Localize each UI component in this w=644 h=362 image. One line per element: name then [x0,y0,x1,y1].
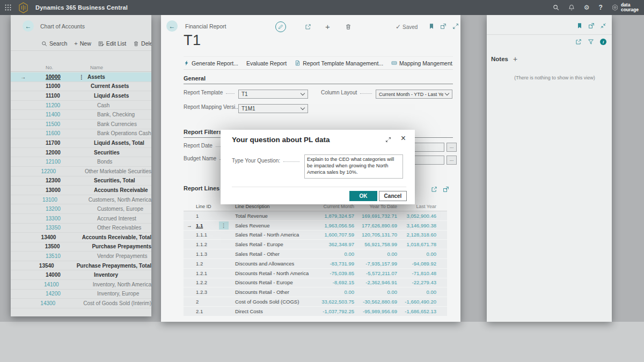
account-row[interactable]: 14300Cost of Goods Sold (Interim) [11,299,151,308]
toolbar-delete[interactable]: Delete [133,40,151,47]
line-id[interactable]: 2.1 [196,308,219,314]
account-no[interactable]: 11700 [46,140,79,146]
account-no[interactable]: 13510 [46,253,79,259]
account-no[interactable]: 12200 [41,168,68,174]
account-no[interactable]: 12300 [46,178,79,183]
open-in-window-icon[interactable] [588,23,595,29]
line-id[interactable]: 1.1 [196,223,219,228]
report-line-row[interactable]: 1.1.3Sales Retail - Other0.000.000.00 [184,249,447,259]
action-evaluate-report[interactable]: Evaluate Report [246,60,287,67]
account-row[interactable]: 13100Customers, North America [11,195,151,205]
notifications-icon[interactable] [568,4,575,11]
line-id[interactable]: 1.2 [196,261,219,267]
toolbar-edit-list[interactable]: Edit List [98,40,126,47]
account-row[interactable]: 12300Securities, Total [11,176,151,186]
budget-name-assist-button[interactable]: ... [447,156,457,165]
toolbar-new[interactable]: +New [74,40,91,47]
account-row[interactable]: 12000Securities [11,148,151,158]
report-line-row[interactable]: 1Total Revenue1,879,324.57169,691,732.71… [184,211,447,221]
report-filters-section-heading[interactable]: Report Filters [184,129,222,135]
report-line-row[interactable]: 1.2.1Discounts Retail - North America-75… [184,269,447,278]
account-row[interactable]: 13300Accrued Interest [11,214,151,224]
account-row[interactable]: 13000Accounts Receivable [11,186,151,195]
line-id[interactable]: 1.2.3 [196,289,219,295]
report-line-row[interactable]: 1.1.1Sales Retail - North America1,600,7… [184,231,447,240]
column-header-name[interactable]: Name [90,65,103,70]
action-mapping-mangement[interactable]: Mapping Mangement... [391,60,453,67]
report-line-row[interactable]: →1.1⋮Sales Revenue1,963,056.56177,626,89… [184,221,447,231]
account-row[interactable]: 12100Bonds [11,157,151,167]
account-row[interactable]: 12200Other Marketable Securities [11,167,151,176]
account-no[interactable]: 10000 [46,74,79,80]
toolbar-search[interactable]: Search [41,40,67,47]
account-row[interactable]: 11100Liquid Assets [11,91,151,101]
report-line-row[interactable]: 1.2Discounts and Allowances-83,731.99-7,… [184,259,447,269]
line-id[interactable]: 1.2.2 [196,279,219,285]
column-header-description[interactable]: Line Description [235,204,310,209]
bookmark-icon[interactable] [576,23,583,29]
account-row[interactable]: 14200Inventory, Europe [11,290,151,299]
app-title[interactable]: Dynamics 365 Business Central [35,4,128,11]
report-template-select[interactable]: T1 [238,90,308,99]
account-no[interactable]: 14300 [40,300,67,306]
row-menu-icon[interactable]: ⋮ [219,223,235,228]
report-line-row[interactable]: 1.2.3Discounts Retail - Other0.000.000.0… [184,287,447,297]
share-icon[interactable] [305,24,311,30]
account-no[interactable]: 11600 [46,130,79,136]
filter-icon[interactable] [588,39,594,45]
column-header-line-id[interactable]: Line ID [196,204,219,209]
account-row[interactable]: 11700Liquid Assets, Total [11,138,151,148]
account-no[interactable]: 11000 [46,83,79,89]
line-id[interactable]: 1.1.2 [196,241,219,247]
line-id[interactable]: 1.1.1 [196,232,219,238]
close-icon[interactable]: × [401,134,406,143]
expand-dialog-icon[interactable] [385,137,391,143]
info-icon[interactable]: i [600,39,606,45]
account-row[interactable]: 13400Accounts Receivable, Total [11,233,151,242]
back-button[interactable]: ← [23,20,34,32]
open-in-window-icon[interactable] [440,23,447,29]
row-menu-icon[interactable]: ⋮ [79,74,87,80]
column-layout-select[interactable]: Current Month - YTD - Last Year [376,90,452,99]
general-section-heading[interactable]: General [184,75,206,82]
line-id[interactable]: 1.1.3 [196,251,219,257]
edit-button[interactable] [275,21,286,32]
report-line-row[interactable]: 2.1Direct Costs-1,037,792.25-95,989,956.… [184,307,447,316]
account-no[interactable]: 13300 [46,216,79,221]
account-row[interactable]: 11600Bank Operations Cash [11,129,151,139]
account-no[interactable]: 11200 [46,102,79,108]
column-header-current-month[interactable]: Current Month [310,204,354,209]
report-line-row[interactable]: 2Cost of Goods Sold (COGS)33,622,503.75-… [184,297,447,307]
column-header-year-to-date[interactable]: Year To Date [354,204,397,209]
delete-icon[interactable] [345,24,352,30]
action-generate-report[interactable]: Generate Report... [184,60,238,67]
ok-button[interactable]: OK [349,191,377,201]
bookmark-icon[interactable] [428,23,435,29]
open-in-window-icon[interactable] [443,186,449,193]
back-button[interactable]: ← [166,20,178,32]
account-no[interactable]: 13100 [42,197,71,203]
account-no[interactable]: 13400 [41,234,69,240]
line-id[interactable]: 1 [196,213,219,219]
report-lines-section-heading[interactable]: Report Lines [184,185,219,191]
action-report-template-management[interactable]: Report Template Management... [295,60,383,67]
question-textarea[interactable]: Explain to the CEO what categories will … [304,154,403,179]
account-row[interactable]: 11400Bank, Checking [11,110,151,120]
mapping-version-select[interactable]: T1M1 [238,104,308,113]
account-row[interactable]: 11500Bank Currencies [11,120,151,129]
line-id[interactable]: 1.2.1 [196,270,219,276]
account-no[interactable]: 11400 [46,112,79,117]
line-id[interactable]: 2 [196,299,219,305]
account-no[interactable]: 13350 [46,225,79,231]
account-row[interactable]: 14100Inventory, North America [11,280,151,290]
account-no[interactable]: 14000 [46,272,79,278]
gear-icon[interactable]: ⚙ [584,4,590,11]
column-header-last-year[interactable]: Last Year [397,204,436,209]
account-no[interactable]: 12000 [46,150,79,156]
share-icon[interactable] [575,39,582,45]
new-record-icon[interactable]: + [325,23,330,31]
account-no[interactable]: 14100 [44,282,75,287]
share-icon[interactable] [431,186,437,193]
account-no[interactable]: 13000 [46,187,79,193]
account-no[interactable]: 11100 [46,93,79,99]
